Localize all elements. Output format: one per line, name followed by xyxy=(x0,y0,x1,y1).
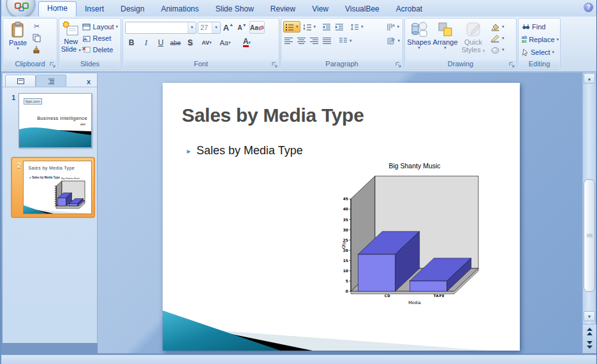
character-spacing-button[interactable]: AV▾ xyxy=(198,36,216,49)
svg-text:Media: Media xyxy=(408,300,421,305)
font-size-combo[interactable]: 27 ▾ xyxy=(198,22,221,34)
change-case-button[interactable]: Aa▾ xyxy=(216,36,234,49)
bullets-button[interactable]: ▾ xyxy=(283,21,300,33)
drawing-dialog-launcher[interactable] xyxy=(508,61,515,68)
svg-text:CD: CD xyxy=(385,294,391,298)
convert-smartart-button[interactable]: ▾ xyxy=(386,35,401,47)
reset-button[interactable]: Reset xyxy=(81,33,119,44)
delete-button[interactable]: × Delete xyxy=(81,44,119,55)
cut-button[interactable]: ✂ xyxy=(31,20,42,32)
previous-slide-button[interactable] xyxy=(584,326,595,337)
slide-title[interactable]: Sales by Media Type xyxy=(182,105,364,126)
replace-icon: abac xyxy=(522,36,527,43)
font-color-button[interactable]: A▾ xyxy=(237,36,256,49)
columns-icon xyxy=(339,37,348,45)
shape-outline-button[interactable]: ▾ xyxy=(489,33,506,44)
align-center-icon xyxy=(297,37,306,45)
line-spacing-button[interactable]: ▾ xyxy=(349,21,365,33)
tab-insert[interactable]: Insert xyxy=(77,2,112,17)
tab-view[interactable]: View xyxy=(304,2,337,17)
next-slide-button[interactable] xyxy=(584,340,595,350)
quick-styles-button[interactable]: Quick Styles ▾ xyxy=(459,20,488,54)
group-label-slides: Slides xyxy=(60,60,120,68)
strikethrough-button[interactable]: abe xyxy=(168,36,182,49)
align-left-icon xyxy=(284,37,293,45)
tab-review[interactable]: Review xyxy=(262,2,304,17)
scroll-down-button[interactable]: ▼ xyxy=(584,311,595,321)
format-painter-button[interactable] xyxy=(31,43,42,55)
arrange-button[interactable]: Arrange ▾ xyxy=(432,20,459,50)
scrollbar-thumb[interactable] xyxy=(584,179,595,292)
justify-button[interactable] xyxy=(321,35,333,47)
shape-outline-icon xyxy=(490,34,500,43)
slide-bullet-line[interactable]: ▸ Sales by Media Type xyxy=(187,144,303,157)
svg-text:15: 15 xyxy=(343,258,348,263)
slides-tab[interactable] xyxy=(5,75,36,87)
scroll-up-button[interactable]: ▲ xyxy=(584,73,595,84)
tab-acrobat[interactable]: Acrobat xyxy=(388,2,431,17)
svg-text:Qty: Qty xyxy=(342,242,346,249)
new-slide-button[interactable]: New Slide ▾ xyxy=(61,20,81,53)
help-icon: ? xyxy=(586,4,590,11)
tab-visualbee[interactable]: VisualBee xyxy=(337,2,388,17)
tab-design[interactable]: Design xyxy=(112,2,152,17)
slide-nav-cluster xyxy=(583,324,596,353)
italic-button[interactable]: I xyxy=(139,36,153,49)
numbering-button[interactable]: ▾ xyxy=(302,21,318,33)
shape-fill-button[interactable]: ▾ xyxy=(489,21,506,33)
select-button[interactable]: Select▾ xyxy=(520,47,559,58)
office-button[interactable] xyxy=(6,0,35,18)
clear-formatting-button[interactable]: Aa xyxy=(249,21,265,34)
increase-indent-button[interactable] xyxy=(334,21,345,33)
paste-button[interactable]: Paste ▾ xyxy=(4,20,31,50)
ribbon-tab-bar: Home Insert Design Animations Slide Show… xyxy=(1,0,596,17)
group-clipboard: Paste ▾ ✂ xyxy=(3,18,57,69)
chart-title: Big Shanty Music xyxy=(342,162,487,170)
svg-text:25: 25 xyxy=(343,238,348,242)
find-button[interactable]: Find xyxy=(520,21,559,33)
text-shadow-button[interactable]: S xyxy=(183,36,197,49)
slide-2-selection[interactable]: 2 Sales by Media Type ▸ Sales by Media T… xyxy=(11,157,95,218)
slide-1-thumbnail[interactable]: fppt.com Business Intelligence PPT xyxy=(18,93,92,148)
underline-button[interactable]: U xyxy=(154,36,168,49)
align-center-button[interactable] xyxy=(295,35,307,47)
clipboard-dialog-launcher[interactable] xyxy=(49,61,56,68)
slide-2-number: 2 xyxy=(12,161,23,214)
slide-2-thumbnail[interactable]: Sales by Media Type ▸ Sales by Media Typ… xyxy=(23,161,92,214)
dropdown-arrow-icon[interactable]: ▾ xyxy=(188,22,196,33)
tab-slide-show[interactable]: Slide Show xyxy=(207,2,262,17)
numbering-icon xyxy=(303,23,312,31)
text-direction-button[interactable]: A ▾ xyxy=(385,21,401,33)
copy-button[interactable] xyxy=(31,32,42,43)
replace-button[interactable]: abac Replace▾ xyxy=(520,34,559,45)
shapes-button[interactable]: Shapes ▾ xyxy=(406,20,432,50)
align-left-button[interactable] xyxy=(283,35,295,47)
decrease-indent-button[interactable] xyxy=(321,21,332,33)
panel-close-button[interactable]: x xyxy=(83,78,94,87)
vertical-scrollbar[interactable]: ▲ ▼ xyxy=(582,73,596,353)
shrink-font-button[interactable]: A▼ xyxy=(236,21,248,34)
help-button[interactable]: ? xyxy=(584,3,593,12)
format-painter-icon xyxy=(33,45,41,54)
font-dialog-launcher[interactable] xyxy=(271,61,278,68)
dropdown-arrow-icon[interactable]: ▾ xyxy=(212,22,220,33)
font-name-combo[interactable]: ▾ xyxy=(125,22,196,34)
columns-button[interactable]: ▾ xyxy=(337,35,353,47)
paragraph-dialog-launcher[interactable] xyxy=(395,61,402,68)
bold-button[interactable]: B xyxy=(124,36,138,49)
layout-icon xyxy=(82,24,91,31)
paste-icon xyxy=(10,21,26,39)
tab-animations[interactable]: Animations xyxy=(152,2,207,17)
outline-tab[interactable] xyxy=(36,75,66,87)
grow-font-button[interactable]: A▲ xyxy=(222,21,235,34)
layout-button[interactable]: Layout▾ xyxy=(81,21,119,33)
slide-canvas[interactable]: Sales by Media Type ▸ Sales by Media Typ… xyxy=(163,83,520,351)
tab-home[interactable]: Home xyxy=(38,1,77,17)
double-up-arrow-icon xyxy=(586,328,593,336)
group-label-drawing: Drawing xyxy=(406,60,515,68)
svg-text:45: 45 xyxy=(343,196,348,201)
new-slide-icon xyxy=(63,21,79,38)
align-right-button[interactable] xyxy=(308,35,320,47)
shape-effects-button[interactable]: ▾ xyxy=(489,44,506,55)
chart-object[interactable]: Big Shanty Music 051015202530354045CDTAP… xyxy=(342,162,490,309)
